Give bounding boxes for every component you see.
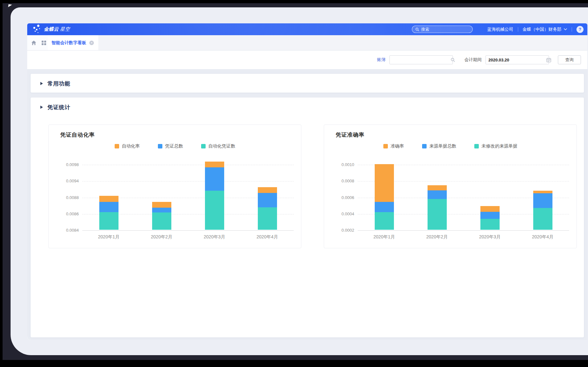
bar-segment[interactable]	[152, 212, 171, 230]
topbar-divider	[518, 27, 518, 32]
bar-segment[interactable]	[258, 187, 277, 193]
x-category-label: 2020年4月	[241, 234, 294, 240]
chevron-down-icon	[564, 28, 567, 30]
apps-grid-icon[interactable]	[42, 41, 46, 45]
help-icon[interactable]: ?	[576, 26, 584, 33]
section-voucher-statistics: 凭证统计 凭证自动化率 自动化率凭证总数自动化凭证数 0.00980.00940…	[30, 97, 584, 338]
section-title: 凭证统计	[47, 104, 70, 111]
book-input[interactable]	[392, 58, 449, 62]
period-label: 会计期间	[464, 57, 482, 63]
bar-segment[interactable]	[480, 206, 500, 212]
department-name: 金蝶（中国）财务部	[523, 27, 562, 32]
period-input[interactable]	[488, 58, 544, 62]
global-search[interactable]	[412, 26, 473, 33]
bar-segment[interactable]	[205, 191, 224, 230]
y-tick-label: 0.0010	[325, 162, 354, 167]
gridline	[82, 181, 294, 181]
gridline	[82, 165, 294, 165]
bar-segment[interactable]	[428, 199, 447, 230]
bar-segment[interactable]	[428, 185, 447, 190]
book-input-wrap	[389, 55, 453, 64]
collapse-arrow-icon	[40, 106, 43, 109]
bar-segment[interactable]	[205, 162, 224, 167]
tab-label: 智能会计数字看板	[52, 40, 86, 46]
x-category-label: 2020年3月	[463, 234, 516, 240]
top-navigation-bar: 金蝶云星空 蓝海机械公司 金蝶（中国）财务部 ?	[27, 23, 587, 35]
bar-segment[interactable]	[480, 212, 500, 219]
x-category-label: 2020年2月	[135, 234, 188, 240]
bar-segment[interactable]	[533, 191, 552, 193]
calendar-icon[interactable]	[546, 58, 551, 62]
y-tick-label: 0.0086	[49, 211, 79, 216]
company-name[interactable]: 蓝海机械公司	[487, 27, 513, 32]
y-tick-label: 0.0006	[325, 195, 354, 200]
mouse-cursor	[8, 4, 12, 7]
chart-card-accuracy-rate: 凭证准确率 准确率来源单据总数未修改的来源单据 0.00100.00080.00…	[324, 124, 577, 248]
tab-bar: 智能会计数字看板 ✕	[27, 35, 587, 51]
bar-segment[interactable]	[99, 212, 118, 230]
bar-segment[interactable]	[428, 190, 447, 199]
bar-segment[interactable]	[533, 193, 552, 208]
collapse-arrow-icon	[40, 82, 43, 85]
chart-plot-area: 0.00100.00080.00060.00040.00022020年1月202…	[324, 125, 576, 248]
period-input-wrap	[486, 55, 549, 64]
x-axis-line	[358, 230, 569, 231]
search-input[interactable]	[421, 27, 466, 32]
chart-card-automation-rate: 凭证自动化率 自动化率凭证总数自动化凭证数 0.00980.00940.0088…	[48, 124, 301, 248]
x-category-label: 2020年2月	[411, 234, 463, 240]
x-category-label: 2020年1月	[82, 234, 135, 240]
department-menu[interactable]: 金蝶（中国）财务部	[523, 27, 568, 32]
logo-text-light: 星空	[60, 26, 70, 32]
chart-plot-area: 0.00980.00940.00880.00860.00842020年1月202…	[49, 125, 301, 248]
bar-segment[interactable]	[375, 212, 394, 230]
bar-segment[interactable]	[152, 202, 171, 208]
topbar-divider	[572, 27, 572, 32]
bar-segment[interactable]	[375, 202, 394, 212]
home-icon[interactable]	[31, 40, 37, 45]
bar-segment[interactable]	[205, 167, 224, 191]
bar-segment[interactable]	[99, 196, 118, 202]
filter-bar: 账簿 会计期间	[27, 51, 587, 69]
section-common-functions: 常用功能	[30, 74, 584, 93]
x-category-label: 2020年1月	[358, 234, 411, 240]
y-tick-label: 0.0004	[325, 211, 354, 216]
x-axis-line	[82, 230, 294, 231]
bar-segment[interactable]	[375, 164, 394, 202]
tab-close-icon[interactable]: ✕	[89, 41, 94, 45]
y-tick-label: 0.0098	[49, 162, 79, 167]
section-stats-header[interactable]: 凭证统计	[40, 98, 70, 117]
bar-segment[interactable]	[480, 219, 500, 230]
y-tick-label: 0.0008	[325, 179, 354, 183]
x-category-label: 2020年3月	[188, 234, 241, 240]
screen: 金蝶云星空 蓝海机械公司 金蝶（中国）财务部 ?	[0, 0, 588, 367]
bar-segment[interactable]	[152, 208, 171, 212]
book-label: 账簿	[377, 57, 386, 63]
x-category-label: 2020年4月	[516, 234, 569, 240]
section-title: 常用功能	[47, 80, 70, 87]
bar-segment[interactable]	[258, 193, 277, 207]
search-icon	[415, 28, 419, 31]
main-content: 智能会计数字看板 ✕ 账簿	[27, 35, 587, 340]
y-tick-label: 0.0084	[49, 228, 79, 233]
kingdee-logo-icon	[33, 25, 41, 34]
bar-segment[interactable]	[99, 202, 118, 212]
query-button[interactable]: 查询	[558, 55, 581, 64]
y-tick-label: 0.0094	[49, 179, 79, 183]
section-common-header[interactable]: 常用功能	[40, 74, 70, 93]
app-window: 金蝶云星空 蓝海机械公司 金蝶（中国）财务部 ?	[11, 7, 588, 355]
kingdee-logo[interactable]: 金蝶云星空	[33, 23, 70, 35]
logo-text: 金蝶云星空	[44, 26, 70, 32]
y-tick-label: 0.0002	[325, 228, 354, 233]
tab-bar-icons	[27, 35, 48, 50]
y-tick-label: 0.0088	[49, 195, 79, 200]
bar-segment[interactable]	[533, 208, 552, 230]
search-icon[interactable]	[451, 58, 455, 62]
tab-smart-accounting-dashboard[interactable]: 智能会计数字看板 ✕	[48, 35, 98, 50]
bar-segment[interactable]	[258, 207, 277, 230]
logo-text-bold: 金蝶云	[44, 26, 59, 32]
